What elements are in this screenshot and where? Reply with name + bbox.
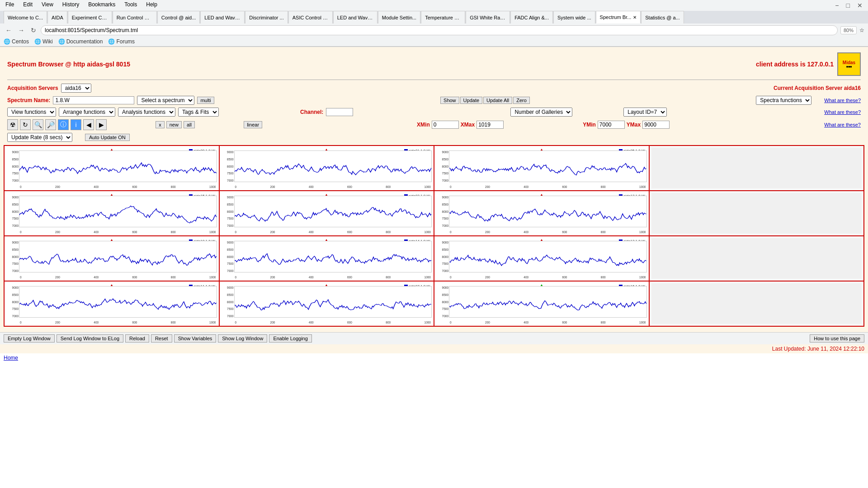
current-acq-label: Current Acquisition Server aida16 [774, 85, 861, 91]
tab-control[interactable]: Control @ aid... [157, 11, 200, 23]
reload-page-button[interactable]: Reload [125, 334, 149, 343]
tab-temperature[interactable]: Temperature a... [421, 11, 465, 23]
gallery-cell[interactable]: aida10 1.8.W 9000 8500 8000 7500 7000 [4, 236, 219, 281]
layout-id-dropdown[interactable]: Layout ID=7 [623, 108, 667, 117]
gallery-cell[interactable]: aida16 1.8.W 9000 8500 8000 7500 7000 [434, 281, 649, 326]
close-button[interactable]: ✕ [855, 1, 864, 10]
enable-logging-button[interactable]: Enable Logging [269, 334, 311, 343]
show-log-button[interactable]: Show Log Window [218, 334, 267, 343]
home-link[interactable]: Home [0, 353, 22, 362]
spectra-functions-dropdown[interactable]: Spectra functions [756, 96, 811, 105]
gallery-cell[interactable]: aida14 1.8.W 9000 8500 8000 7500 7000 [219, 236, 434, 281]
spectrum-name-input[interactable] [53, 96, 134, 104]
acq-label: Acquisition Servers [7, 85, 58, 91]
bookmark-centos[interactable]: 🌐 Centos [4, 38, 29, 45]
number-galleries-dropdown[interactable]: Number of Galleries [510, 108, 572, 117]
update-button[interactable]: Update [460, 97, 482, 104]
address-input[interactable] [41, 25, 838, 35]
tab-discriminator[interactable]: Discriminator ... [245, 11, 288, 23]
gallery-cell[interactable]: aida11 1.8.W 9000 8500 8000 7500 7000 [4, 281, 219, 326]
all-button[interactable]: all [184, 121, 195, 128]
reset-button[interactable]: Reset [151, 334, 172, 343]
client-address: client address is 127.0.0.1 [756, 61, 834, 68]
back-button[interactable]: ← [4, 26, 14, 35]
gallery-cell[interactable]: aida05 1.8.W 9000 8500 8000 7500 7000 [434, 145, 649, 191]
bookmark-forums[interactable]: 🌐 Forums [108, 38, 135, 45]
select-spectrum-dropdown[interactable]: Select a spectrum [137, 96, 194, 105]
arrange-functions-dropdown[interactable]: Arrange functions [59, 108, 115, 117]
tab-module[interactable]: Module Settin... [378, 11, 420, 23]
ymax-input[interactable] [642, 121, 670, 129]
forward-button[interactable]: → [16, 26, 26, 35]
divider [7, 80, 861, 80]
gallery-cell[interactable]: aida01 1.8.W 9000 8500 8000 7500 7000 [219, 145, 434, 191]
tags-fits-dropdown[interactable]: Tags & Fits [178, 108, 219, 117]
menu-edit[interactable]: Edit [21, 1, 34, 10]
refresh-icon[interactable]: ↻ [20, 119, 31, 130]
bookmark-documentation[interactable]: 🌐 Documentation [58, 38, 103, 45]
new-button[interactable]: new [166, 121, 182, 128]
reload-button[interactable]: ↻ [29, 26, 38, 35]
tab-experiment[interactable]: Experiment Co... [68, 11, 112, 23]
auto-update-button[interactable]: Auto Update ON [85, 134, 130, 141]
star-icon[interactable]: ☆ [859, 27, 864, 33]
menu-help[interactable]: Help [144, 1, 159, 10]
tab-close-icon[interactable]: ✕ [633, 15, 637, 20]
info-circle-icon[interactable]: ⓘ [58, 119, 69, 130]
send-log-button[interactable]: Send Log Window to ELog [57, 334, 123, 343]
minimize-button[interactable]: − [833, 1, 840, 10]
gallery-cell [649, 145, 864, 191]
tab-gsi[interactable]: GSI White Rab... [466, 11, 510, 23]
tab-asic[interactable]: ASIC Control @... [288, 11, 333, 23]
next-arrow-icon[interactable]: ▶ [96, 119, 107, 130]
x-button[interactable]: x [156, 121, 165, 128]
menu-bookmarks[interactable]: Bookmarks [86, 1, 117, 10]
how-use-button[interactable]: How to use this page [810, 334, 864, 343]
tab-statistics[interactable]: Statistics @ a... [641, 11, 684, 23]
radiation-icon[interactable]: ☢ [7, 119, 18, 130]
menu-view[interactable]: View [40, 1, 55, 10]
update-all-button[interactable]: Update All [483, 97, 512, 104]
tab-aida[interactable]: AIDA [47, 11, 67, 23]
tab-run-control[interactable]: Run Control @... [113, 11, 157, 23]
menu-tools[interactable]: Tools [123, 1, 139, 10]
what-these-3[interactable]: What are these? [824, 122, 861, 127]
zero-button[interactable]: Zero [513, 97, 530, 104]
gallery-cell[interactable]: aida09 1.8.W 9000 8500 8000 7500 7000 [4, 145, 219, 191]
ymin-input[interactable] [598, 121, 625, 129]
analysis-functions-dropdown[interactable]: Analysis functions [118, 108, 175, 117]
tab-welcome[interactable]: Welcome to C... [4, 11, 47, 23]
zoom-in-icon[interactable]: 🔍 [33, 119, 43, 130]
view-functions-dropdown[interactable]: View functions [7, 108, 56, 117]
tab-fadc[interactable]: FADC Align &... [510, 11, 553, 23]
acq-select[interactable]: aida16 [61, 84, 91, 93]
menu-history[interactable]: History [61, 1, 81, 10]
menu-file[interactable]: File [4, 1, 16, 10]
empty-log-button[interactable]: Empty Log Window [4, 334, 55, 343]
show-button[interactable]: Show [440, 97, 459, 104]
tab-led1[interactable]: LED and Wave... [200, 11, 245, 23]
gallery-cell[interactable]: aida15 1.8.W 9000 8500 8000 7500 7000 [4, 191, 219, 236]
prev-arrow-icon[interactable]: ◀ [83, 119, 94, 130]
gallery-cell[interactable]: aida07 1.8.W 9000 8500 8000 7500 7000 [219, 281, 434, 326]
show-variables-button[interactable]: Show Variables [174, 334, 217, 343]
tab-led2[interactable]: LED and Wave... [333, 11, 377, 23]
bottom-bar: Empty Log Window Send Log Window to ELog… [0, 332, 868, 344]
bookmark-wiki[interactable]: 🌐 Wiki [34, 38, 53, 45]
gallery-cell[interactable]: aida03 1.8.W 9000 8500 8000 7500 7000 [219, 191, 434, 236]
multi-button[interactable]: multi [197, 97, 214, 104]
gallery-cell[interactable]: aida13 1.8.W 9000 8500 8000 7500 7000 [434, 236, 649, 281]
tab-spectrum[interactable]: Spectrum Br...✕ [596, 11, 641, 23]
linear-button[interactable]: linear [244, 121, 262, 128]
zoom-out-icon[interactable]: 🔎 [45, 119, 56, 130]
channel-input[interactable] [326, 108, 353, 116]
tab-system[interactable]: System wide ... [553, 11, 595, 23]
update-rate-dropdown[interactable]: Update Rate (8 secs) [7, 133, 72, 142]
xmin-input[interactable] [432, 121, 459, 129]
maximize-button[interactable]: □ [844, 1, 852, 10]
what-these-1[interactable]: What are these? [824, 98, 861, 103]
info-icon[interactable]: i [71, 119, 81, 130]
gallery-cell[interactable]: aida12 1.8.W 9000 8500 8000 7500 7000 [434, 191, 649, 236]
xmax-input[interactable] [476, 121, 504, 129]
what-these-2[interactable]: What are these? [824, 109, 861, 115]
